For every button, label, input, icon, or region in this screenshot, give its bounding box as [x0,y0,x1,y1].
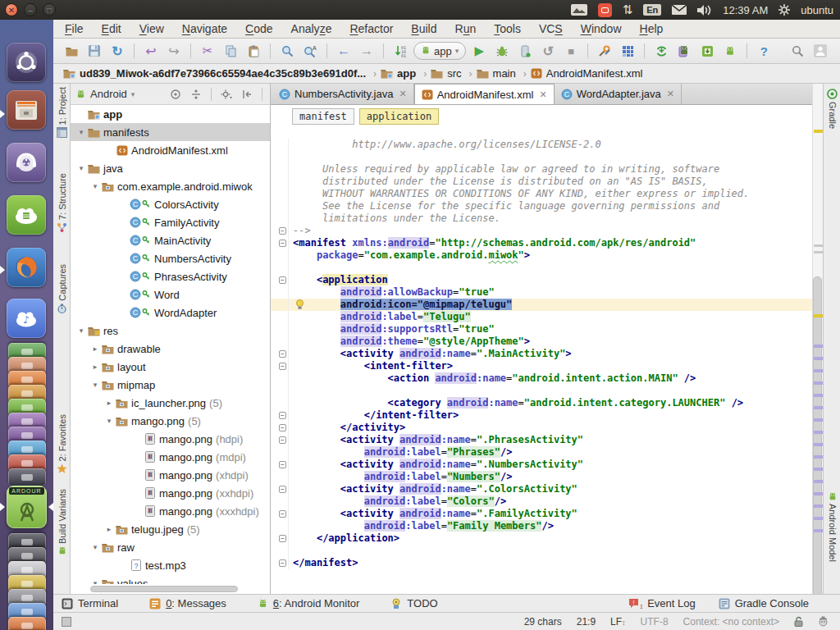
close-button[interactable]: ✕ [5,3,18,16]
help-icon[interactable]: ? [754,41,774,61]
fold-marker[interactable]: − [279,412,286,419]
fold-marker[interactable]: − [279,227,286,235]
volume-icon[interactable] [697,5,712,16]
tools-icon[interactable] [595,41,614,61]
toolwindow-button-gradle-console[interactable]: Gradle Console [719,597,809,609]
tree-item[interactable]: mango.png(xxxhdpi) [71,502,270,520]
tree-down-arrow[interactable]: ▾ [89,543,101,551]
collapse-icon[interactable] [239,89,255,100]
clock[interactable]: 12:39 AM [723,4,768,16]
close-tab-icon[interactable]: ✕ [539,89,546,100]
music-cloud-launcher-icon[interactable]: ♪ [7,299,46,338]
toolwindow-button-6-android-monitor[interactable]: 6: Android Monitor [258,597,360,609]
tree-down-arrow[interactable]: ▾ [75,128,87,136]
avatar-icon[interactable] [810,41,830,61]
sdk-grid-icon[interactable] [618,41,637,61]
breadcrumb-chip-application[interactable]: application [359,108,439,125]
redo-icon[interactable]: ↪ [164,41,184,61]
stop-icon[interactable]: ■ [561,41,581,61]
breadcrumb-item[interactable]: main [477,67,516,80]
run-config-selector[interactable]: app▾ [413,42,466,60]
mail-icon[interactable] [672,5,687,15]
editor-tab[interactable]: CNumbersActivity.java✕ [272,84,414,104]
code-area[interactable]: http://www.apache.org/licenses/LICENSE-2… [271,128,812,594]
cut-icon[interactable]: ✂ [198,41,217,61]
tree-item[interactable]: CWordAdapter [71,304,270,322]
fold-marker[interactable]: − [279,350,286,358]
menu-analyze[interactable]: Analyze [291,22,332,35]
tree-item[interactable]: mango.png(hdpi) [71,430,270,448]
undo-icon[interactable]: ↩ [141,41,161,61]
tree-item[interactable]: ▾values [71,574,270,584]
screen-recorder-icon[interactable] [598,3,612,17]
tree-right-arrow[interactable]: ▸ [103,399,115,407]
breadcrumb-item[interactable]: AndroidManifest.xml [531,67,643,80]
menu-help[interactable]: Help [640,22,664,35]
minimize-button[interactable]: – [24,3,37,16]
project-view-selector[interactable]: Android [90,88,127,100]
tree-item[interactable]: ▾manifests [71,123,270,141]
files-launcher-icon[interactable] [7,90,46,130]
wallpaper-icon[interactable] [571,4,587,16]
tree-down-arrow[interactable]: ▾ [89,381,101,389]
menu-build[interactable]: Build [411,22,436,35]
editor-tab[interactable]: AndroidManifest.xml✕ [414,84,555,104]
stripe-button-captures[interactable]: Captures [53,264,71,314]
tree-item[interactable]: CPhrasesActivity [71,267,270,285]
breadcrumb-item[interactable]: ud839_Miwok-a6df7e73966c65594ae4c35c89b3… [63,67,366,80]
debug-icon[interactable] [492,41,512,61]
menu-refactor[interactable]: Refactor [349,22,393,35]
fold-marker[interactable]: − [279,240,286,247]
tree-item[interactable]: CFamilyActivity [71,213,270,231]
fold-marker[interactable]: − [279,535,286,542]
fold-marker[interactable]: − [279,363,286,370]
tree-item[interactable]: ▾com.example.android.miwok [71,177,270,195]
maximize-button[interactable]: □ [43,3,56,16]
username[interactable]: ubuntu [801,4,833,16]
gradle-sync-icon[interactable] [651,41,671,61]
copy-icon[interactable] [221,41,240,61]
restart-icon[interactable]: ↺ [538,41,558,61]
dash-home-launcher-icon[interactable] [7,43,46,82]
tree-down-arrow[interactable]: ▾ [75,326,87,335]
close-tab-icon[interactable]: ✕ [667,89,674,99]
menu-tools[interactable]: Tools [494,22,521,35]
close-tab-icon[interactable]: ✕ [399,89,406,99]
tree-down-arrow[interactable]: ▾ [75,164,87,172]
tree-item[interactable]: ?test.mp3 [71,556,270,574]
keyboard-indicator[interactable]: En [643,4,661,16]
monitor-icon[interactable] [720,41,740,61]
tree-item[interactable]: CNumbersActivity [71,249,270,267]
toolwindow-button-terminal[interactable]: Terminal [62,597,118,609]
tree-item[interactable]: ▸ic_launcher.png(5) [71,394,270,412]
tree-item[interactable]: ▸layout [71,358,270,376]
fold-marker[interactable]: − [279,461,286,468]
firefox-launcher-icon[interactable] [7,248,46,287]
hector-icon[interactable] [818,616,829,627]
status-item[interactable]: Context: <no context> [683,616,779,628]
toolwindow-button-todo[interactable]: TODO [390,597,437,609]
menu-file[interactable]: File [65,22,84,35]
tree-item[interactable]: mango.png(xxhdpi) [71,484,270,502]
tree-down-arrow[interactable]: ▾ [103,417,115,425]
sdk-download-icon[interactable] [697,41,717,61]
stripe-button-android-model[interactable]: Android Model [824,492,840,562]
horizontal-scrollbar[interactable] [90,586,238,592]
tree-right-arrow[interactable]: ▸ [89,363,101,371]
editor-tab[interactable]: CWordAdapter.java✕ [555,84,682,104]
paste-icon[interactable] [244,41,263,61]
tree-down-arrow[interactable]: ▾ [89,182,101,190]
fold-marker[interactable]: − [279,436,286,444]
tree-item[interactable]: ▾mango.png(5) [71,412,270,430]
orange-tile-launcher-icon[interactable] [8,617,46,630]
attach-icon[interactable] [515,41,535,61]
tree-item[interactable]: CMainActivity [71,231,270,249]
android-studio-launcher-icon[interactable]: ARDOUR [7,486,47,528]
media-player-launcher-icon[interactable] [7,143,46,182]
breadcrumb-chip-manifest[interactable]: manifest [292,108,354,125]
run-icon[interactable]: ▶ [469,41,489,61]
back-icon[interactable]: ← [334,41,354,61]
status-item[interactable]: LF↕ [610,616,626,628]
tree-right-arrow[interactable]: ▸ [89,345,101,353]
software-store-launcher-icon[interactable] [7,195,46,235]
